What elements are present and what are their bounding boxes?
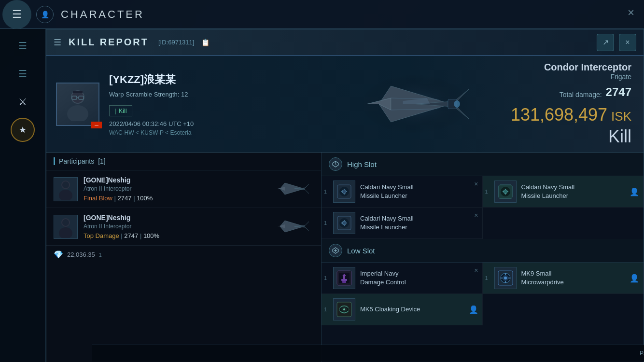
diamond-icon: 💎 [54,250,63,259]
missile-launcher-name-1: Caldari Navy SmallMissile Launcher [360,183,476,200]
sidebar-item-menu2[interactable]: ☰ [8,62,37,86]
panel-close-button[interactable]: × [619,34,636,51]
low-slot-header: Low Slot [322,239,644,263]
high-slot-item-1[interactable]: 1 Caldari Navy SmallMissile Launcher × [322,176,483,208]
remove-button-dc[interactable]: × [474,266,478,274]
high-slot-grid: 1 Caldari Navy SmallMissile Launcher × [322,176,644,239]
participants-label: Participants [59,157,94,165]
svg-point-13 [454,100,460,108]
side-nav: ☰ ☰ ⚔ ★ [0,29,46,362]
victim-name: [YKZZ]浪某某 [109,72,312,87]
lines-icon: ☰ [18,68,27,80]
low-slot-item-right-1[interactable]: 1 MK9 SmallMicrowarpdrive 👤 [483,263,644,294]
menu-icon: ☰ [18,40,27,52]
kill-report-id: [ID:6971311] [158,39,194,46]
hamburger-button[interactable]: ☰ [2,0,31,29]
microwarpdrive-icon [494,267,517,289]
person-icon-cloak: 👤 [469,305,478,314]
final-blow-text: Final Blow [84,195,112,202]
app-close-button[interactable]: × [628,6,634,19]
high-slot-item-2[interactable]: 1 Caldari Navy SmallMissile Launcher × [322,208,483,239]
remove-button-1[interactable]: × [474,180,478,188]
participant-1-avatar [54,177,78,201]
sidebar-item-menu[interactable]: ☰ [8,34,37,58]
header-bar [54,157,55,165]
victim-avatar [56,83,99,126]
kill-location: WAC-HW < KUSW-P < Esoteria [109,129,312,136]
page-1-indicator: 1 [99,252,102,258]
ship-type-name: Condor Interceptor [544,62,631,73]
low-slot-item-1[interactable]: 1 Imperial NavyDamage Control × [322,263,483,294]
participant-1-stats: Final Blow | 2747 | 100% [84,195,269,202]
high-slot-label: High Slot [347,160,377,168]
person-icon-r1: 👤 [630,187,639,196]
participant-row[interactable]: [GONE]Neshig Atron II Interceptor Final … [46,170,321,208]
character-icon: 👤 [36,6,54,23]
isk-label: ISK [611,109,631,124]
top-nav: ☰ 👤 CHARACTER × [0,0,644,29]
missile-launcher-icon-2 [333,212,355,234]
low-slot-num-r1: 1 [485,275,488,281]
slot-number-r1: 1 [485,189,488,195]
low-slot-grid: 1 Imperial NavyDamage Control × [322,263,644,325]
main-panel: ☰ KILL REPORT [ID:6971311] 📋 ↗ × [46,29,644,362]
alliance-badge: — [91,122,102,128]
star-icon: ★ [19,125,27,135]
kill-badge: Kill [109,105,132,116]
victim-details: [YKZZ]浪某某 Warp Scramble Strength: 12 Kil… [109,72,312,136]
svg-point-33 [342,190,346,194]
avatar-container: — [56,83,99,126]
participant-1-name: [GONE]Neshig [84,176,269,184]
missile-launcher-name-2: Caldari Navy SmallMissile Launcher [360,214,476,232]
kill-timestamp: 2022/04/06 00:32:46 UTC +10 [109,120,312,127]
sidebar-star-badge[interactable]: ★ [11,118,35,142]
svg-rect-46 [342,281,346,283]
participant-1-ship-image [275,178,314,200]
participant-1-ship: Atron II Interceptor [84,185,269,192]
high-slot-item-right-1[interactable]: 1 Caldari Navy SmallMissile Launcher 👤 [483,176,644,208]
bottom-isk-value: 22,036.35 [67,251,95,258]
participant-2-percent: 100% [143,232,159,239]
separator-1: | [114,195,118,202]
kill-stats: Condor Interceptor Frigate Total damage:… [508,56,644,152]
participant-2-damage: 2747 [124,232,138,239]
svg-point-25 [59,227,72,238]
hamburger-icon: ☰ [12,8,22,21]
export-button[interactable]: ↗ [597,34,614,51]
participants-header: Participants [1] [46,153,321,170]
svg-point-36 [504,190,507,194]
copy-icon[interactable]: 📋 [201,39,210,46]
participant-1-info: [GONE]Neshig Atron II Interceptor Final … [84,176,269,202]
participant-2-ship-image [275,216,314,237]
participant-2-name: [GONE]Neshig [84,214,269,222]
participants-panel: Participants [1] [GONE]Neshig Atron II I… [46,153,322,362]
sidebar-item-combat[interactable]: ⚔ [8,90,37,114]
participant-1-damage: 2747 [118,195,132,202]
isk-value: 131,698,497 [511,106,607,124]
total-damage-value: 2747 [606,85,631,99]
remove-button-2[interactable]: × [474,211,478,219]
app-title: CHARACTER [61,8,144,21]
slots-panel: High Slot 1 Caldari Navy SmallM [322,153,644,362]
ship-area [322,56,508,152]
missile-launcher-icon-1 [333,181,355,203]
low-slot-item-2[interactable]: 1 MK5 Cloaking Device 👤 [322,294,483,325]
page-label: Page 1 [640,350,644,357]
svg-point-39 [342,221,346,225]
svg-point-19 [62,181,69,188]
participant-2-avatar [54,215,78,239]
header-actions: ↗ × [597,34,636,51]
cloaking-device-name: MK5 Cloaking Device [360,305,476,314]
export-icon: ↗ [602,38,609,47]
damage-control-icon [333,267,355,289]
low-slot-icon [329,244,342,257]
kill-report-title: KILL REPORT [69,37,149,48]
panel-menu-icon[interactable]: ☰ [54,37,61,48]
participant-2-stats: Top Damage | 2747 | 100% [84,232,269,239]
ship-image [322,56,508,152]
participant-row[interactable]: [GONE]Neshig Atron II Interceptor Top Da… [46,208,321,246]
participant-1-percent: 100% [137,195,153,202]
cloaking-device-icon [333,298,355,320]
ship-type-class: Frigate [610,73,631,81]
participants-count: [1] [98,157,106,165]
